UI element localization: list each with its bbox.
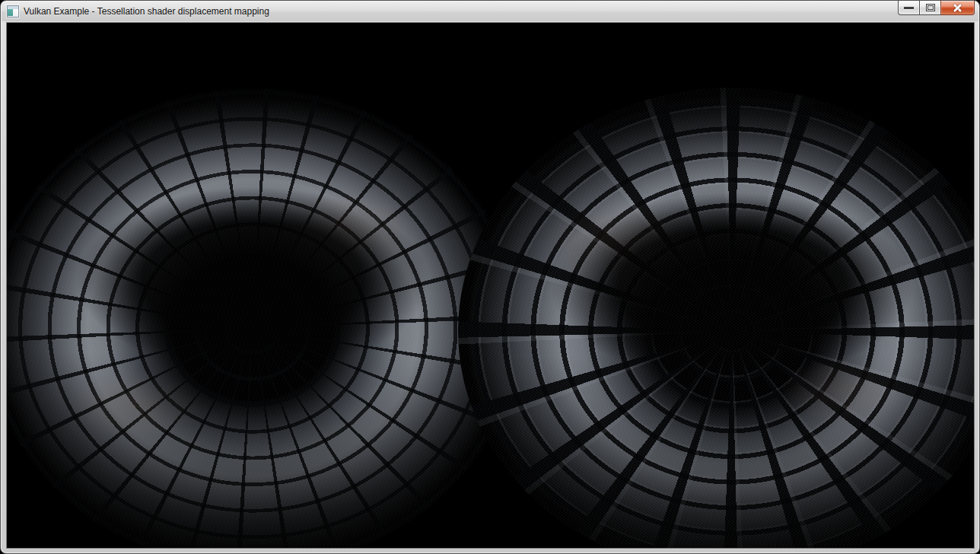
app-icon[interactable] (7, 5, 19, 18)
window-controls (898, 1, 975, 16)
close-button[interactable] (940, 1, 975, 15)
window-title: Vulkan Example - Tessellation shader dis… (24, 6, 269, 17)
maximize-square-icon (926, 4, 935, 11)
minimize-button[interactable] (898, 1, 920, 15)
application-window: Vulkan Example - Tessellation shader dis… (0, 0, 980, 554)
close-x-icon (952, 2, 963, 14)
torus-without-displacement (6, 88, 519, 549)
maximize-button[interactable] (919, 1, 941, 15)
render-viewport[interactable] (6, 22, 975, 549)
titlebar[interactable]: Vulkan Example - Tessellation shader dis… (2, 2, 978, 21)
torus-with-displacement (458, 88, 975, 549)
minimize-dash-icon (904, 7, 914, 9)
